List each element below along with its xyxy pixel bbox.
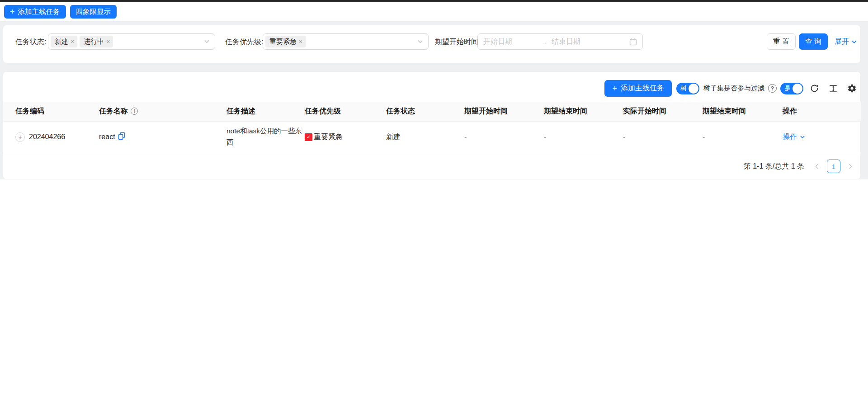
calendar-icon [629, 38, 637, 46]
pagination: 第 1-1 条/总共 1 条 1 [744, 160, 856, 173]
top-action-bar: + 添加主线任务 四象限显示 [0, 2, 868, 22]
status-tag-in-progress-label: 进行中 [84, 38, 104, 46]
chevron-down-icon [851, 39, 857, 45]
plus-icon: + [612, 85, 617, 93]
content-area: 任务状态: 新建 × 进行中 × 任务优先级: 重要紧急 × [0, 22, 868, 179]
empty-value: - [623, 133, 625, 141]
column-header-actual-start: 实际开始时间 [623, 102, 703, 121]
task-status-label: 任务状态: [15, 38, 46, 47]
tree-mode-switch[interactable]: 树 [676, 83, 699, 94]
cell-description: note和task公用的一些东西 [226, 121, 305, 153]
reset-button[interactable]: 重 置 [767, 33, 796, 50]
filter-panel: 任务状态: 新建 × 进行中 × 任务优先级: 重要紧急 × [3, 25, 861, 63]
status-tag-new-label: 新建 [55, 38, 68, 46]
plus-icon: + [10, 8, 15, 16]
start-date-input[interactable] [483, 38, 538, 46]
cell-actual-start: - [623, 121, 703, 153]
column-header-code: 任务编码 [3, 102, 99, 121]
status-tag-in-progress: 进行中 × [80, 36, 113, 47]
task-status-select[interactable]: 新建 × 进行中 × [48, 33, 215, 50]
subset-filter-yes-label: 是 [784, 85, 791, 93]
info-circle-icon[interactable]: i [131, 108, 138, 115]
arrow-right-icon: → [541, 38, 548, 46]
chevron-down-icon [204, 39, 210, 45]
cell-expected-end-2: - [703, 121, 783, 153]
task-description: note和task公用的一些东西 [226, 126, 304, 148]
cell-status: 新建 [386, 121, 464, 153]
add-main-task-button-table[interactable]: + 添加主线任务 [604, 80, 672, 97]
task-priority: 重要紧急 [314, 132, 343, 142]
expected-start-date-range-picker[interactable]: → [477, 33, 643, 50]
column-header-expected-start: 期望开始时间 [464, 102, 544, 121]
cell-expected-end: - [544, 121, 623, 153]
task-priority-select[interactable]: 重要紧急 × [263, 33, 429, 50]
row-action-label: 操作 [783, 132, 797, 142]
column-header-name: 任务名称 i [99, 102, 226, 121]
settings-gear-icon[interactable] [847, 84, 857, 93]
column-height-icon[interactable] [829, 84, 838, 93]
task-priority-label: 任务优先级: [225, 38, 263, 47]
row-action-link[interactable]: 操作 [783, 132, 805, 142]
task-code: 202404266 [29, 133, 65, 141]
task-table-panel: + 添加主线任务 树 树子集是否参与过滤 ? 是 [3, 71, 861, 179]
priority-tag-urgent-label: 重要紧急 [269, 38, 297, 46]
expand-filters-link[interactable]: 展开 [835, 37, 857, 47]
chevron-down-icon [800, 134, 805, 140]
quadrant-display-label: 四象限显示 [76, 7, 111, 17]
pagination-next-button[interactable] [845, 160, 856, 173]
copy-icon[interactable] [118, 132, 125, 140]
priority-flag-icon: ✓ [305, 133, 312, 141]
pagination-summary: 第 1-1 条/总共 1 条 [744, 162, 804, 171]
cell-code: + 202404266 [3, 121, 99, 153]
expand-filters-label: 展开 [835, 37, 849, 47]
add-main-task-label: 添加主线任务 [18, 7, 60, 17]
close-icon[interactable]: × [71, 38, 74, 45]
switch-knob [689, 84, 698, 94]
task-status: 新建 [386, 133, 401, 141]
column-header-expected-end: 期望结束时间 [544, 102, 623, 121]
app-screen: + 添加主线任务 四象限显示 任务状态: 新建 × 进行中 × [0, 0, 868, 414]
column-header-name-label: 任务名称 [99, 107, 128, 116]
cell-actions: 操作 [783, 121, 861, 153]
pagination-prev-button[interactable] [811, 160, 822, 173]
row-expand-button[interactable]: + [15, 132, 25, 142]
question-circle-icon[interactable]: ? [768, 84, 777, 93]
query-button[interactable]: 查 询 [799, 33, 828, 50]
subset-filter-yes-switch[interactable]: 是 [780, 83, 803, 94]
switch-knob [793, 84, 802, 94]
column-header-expected-end-2: 期望结束时间 [703, 102, 783, 121]
column-header-priority: 任务优先级 [305, 102, 386, 121]
add-main-task-table-label: 添加主线任务 [621, 84, 664, 93]
cell-expected-start: - [464, 121, 544, 153]
table-row: + 202404266 react [3, 121, 861, 153]
column-header-actions: 操作 [783, 102, 861, 121]
table-toolbar: + 添加主线任务 树 树子集是否参与过滤 ? 是 [604, 80, 857, 97]
close-icon[interactable]: × [106, 38, 110, 45]
pagination-page-1[interactable]: 1 [827, 160, 840, 173]
column-header-description: 任务描述 [226, 102, 305, 121]
add-main-task-button-top[interactable]: + 添加主线任务 [4, 5, 66, 19]
task-table: 任务编码 任务名称 i 任务描述 任务优先级 任务状态 期望开始时间 期望结束时… [3, 102, 861, 153]
tree-mode-switch-label: 树 [680, 85, 687, 93]
refresh-icon[interactable] [810, 84, 819, 93]
cell-priority: ✓ 重要紧急 [305, 121, 386, 153]
end-date-input[interactable] [552, 38, 606, 46]
cell-name: react [99, 121, 226, 153]
quadrant-display-button[interactable]: 四象限显示 [70, 5, 117, 19]
empty-value: - [464, 133, 467, 141]
tree-subset-filter-label: 树子集是否参与过滤 [703, 84, 764, 93]
close-icon[interactable]: × [299, 38, 302, 45]
column-header-status: 任务状态 [386, 102, 464, 121]
task-name: react [99, 133, 115, 141]
expected-start-time-label: 期望开始时间 [435, 38, 478, 47]
chevron-down-icon [417, 39, 423, 45]
table-header-row: 任务编码 任务名称 i 任务描述 任务优先级 任务状态 期望开始时间 期望结束时… [3, 102, 861, 121]
empty-value: - [703, 133, 705, 141]
empty-value: - [544, 133, 546, 141]
status-tag-new: 新建 × [51, 36, 77, 47]
priority-tag-urgent: 重要紧急 × [265, 36, 306, 47]
